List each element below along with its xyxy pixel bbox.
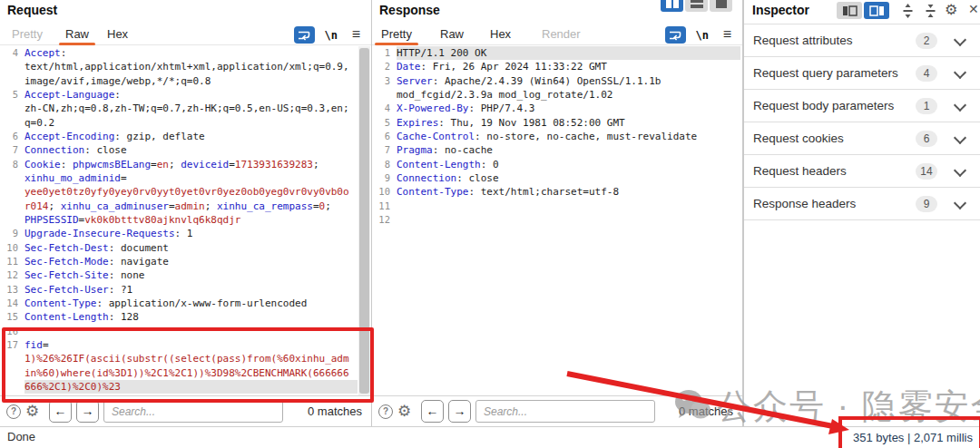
- request-tab-hex[interactable]: Hex: [107, 27, 128, 41]
- inspector-panel: Inspector ⚙ ✕ Request attributes 2 Reque…: [743, 0, 980, 427]
- inspector-dock-right-icon[interactable]: [864, 2, 889, 19]
- search-settings-gear-icon[interactable]: ⚙: [25, 402, 39, 421]
- line-text: Content-Length: 128: [24, 310, 358, 324]
- word-wrap-icon[interactable]: [665, 26, 686, 44]
- line-number: [0, 74, 24, 88]
- request-tab-raw[interactable]: Raw: [65, 27, 89, 41]
- response-tab-render[interactable]: Render: [542, 27, 581, 41]
- request-search-input[interactable]: [103, 400, 283, 423]
- code-line: yee0yet0tz0yfy0yey0rv0yyt0yet0vr0yez0ob0…: [0, 185, 358, 199]
- chevron-down-icon: [954, 164, 966, 177]
- inspector-section-request-query-parameters[interactable]: Request query parameters 4: [744, 57, 980, 90]
- response-tab-pretty[interactable]: Pretty: [381, 27, 412, 41]
- code-line: 8Cookie: phpwcmsBELang=en; deviceid=1713…: [0, 158, 358, 171]
- code-line: 16: [0, 325, 358, 338]
- show-newlines-icon[interactable]: \n: [696, 29, 709, 42]
- line-number: [0, 60, 24, 73]
- section-label: Request cookies: [753, 122, 844, 154]
- request-tab-pretty[interactable]: Pretty: [12, 27, 43, 41]
- request-scrollbar-thumb[interactable]: [359, 48, 369, 394]
- count-badge: 1: [916, 98, 937, 114]
- search-prev-button[interactable]: ←: [49, 400, 72, 423]
- line-number: 9: [372, 171, 397, 185]
- line-number: 15: [0, 310, 24, 324]
- code-line: q=0.2: [0, 116, 358, 130]
- inspector-close-icon[interactable]: ✕: [968, 2, 979, 16]
- response-search-input[interactable]: [475, 400, 655, 423]
- line-text: Cache-Control: no-store, no-cache, must-…: [397, 130, 740, 143]
- inspector-section-request-attributes[interactable]: Request attributes 2: [744, 24, 980, 57]
- inspector-section-request-cookies[interactable]: Request cookies 6: [744, 122, 980, 155]
- inspector-section-request-headers[interactable]: Request headers 14: [744, 155, 980, 188]
- line-number: [0, 171, 24, 185]
- line-text: mod_fcgid/2.3.9a mod_log_rotate/1.02: [397, 88, 740, 102]
- editor-menu-icon[interactable]: ≡: [723, 26, 731, 43]
- request-search-matches: 0 matches: [308, 404, 362, 418]
- request-scrollbar[interactable]: [358, 46, 370, 395]
- search-settings-gear-icon[interactable]: ⚙: [397, 402, 411, 421]
- inspector-settings-gear-icon[interactable]: ⚙: [945, 1, 957, 18]
- line-number: 5: [0, 88, 24, 102]
- line-text: Accept-Language:: [24, 88, 358, 102]
- code-line: 15Content-Length: 128: [0, 310, 358, 324]
- word-wrap-icon[interactable]: [294, 26, 315, 44]
- line-number: [0, 352, 24, 365]
- count-badge: 14: [916, 163, 937, 180]
- collapse-all-icon[interactable]: [923, 4, 938, 18]
- code-line: PHPSESSID=vk0k0btttv80ajknvlq6k8qdjr: [0, 213, 358, 227]
- code-line: 3Server: Apache/2.4.39 (Win64) OpenSSL/1…: [372, 74, 740, 88]
- search-next-button[interactable]: →: [76, 400, 99, 423]
- help-icon[interactable]: ?: [6, 404, 21, 419]
- inspector-section-request-body-parameters[interactable]: Request body parameters 1: [744, 90, 980, 122]
- response-tabbar: Pretty Raw Hex Render \n ≡: [372, 24, 742, 45]
- section-label: Request body parameters: [753, 90, 894, 122]
- view-columns-icon[interactable]: [661, 0, 683, 12]
- line-text: [397, 213, 740, 227]
- line-number: 8: [0, 158, 24, 171]
- inspector-section-response-headers[interactable]: Response headers 9: [744, 188, 980, 220]
- inspector-sections: Request attributes 2 Request query param…: [744, 24, 980, 220]
- request-panel: Request Pretty Raw Hex \n ≡ 4Accept:text…: [0, 0, 372, 427]
- response-search-bar: ? ⚙ ← → 0 matches: [372, 395, 742, 427]
- line-text: Sec-Fetch-Site: none: [24, 268, 358, 282]
- line-number: 9: [0, 227, 24, 240]
- search-prev-button[interactable]: ←: [421, 400, 444, 423]
- request-editor[interactable]: 4Accept:text/html,application/xhtml+xml,…: [0, 46, 358, 394]
- response-editor[interactable]: 1HTTP/1.1 200 OK2Date: Fri, 26 Apr 2024 …: [372, 46, 740, 227]
- count-badge: 4: [916, 65, 937, 82]
- code-line: 5Accept-Language:: [0, 88, 358, 102]
- response-tab-raw[interactable]: Raw: [440, 27, 464, 41]
- code-line: r014; xinhu_ca_adminuser=admin; xinhu_ca…: [0, 200, 358, 213]
- expand-all-icon[interactable]: [900, 4, 916, 18]
- line-number: [0, 380, 24, 394]
- line-text: HTTP/1.1 200 OK: [397, 46, 740, 60]
- line-text: Sec-Fetch-User: ?1: [24, 283, 358, 297]
- code-line: 2Date: Fri, 26 Apr 2024 11:33:22 GMT: [372, 60, 740, 73]
- code-line: zh-CN,zh;q=0.8,zh-TW;q=0.7,zh-HK;q=0.5,e…: [0, 102, 358, 115]
- editor-menu-icon[interactable]: ≡: [352, 26, 360, 43]
- code-line: image/avif,image/webp,*/*;q=0.8: [0, 74, 358, 88]
- response-tab-hex[interactable]: Hex: [490, 27, 511, 41]
- help-icon[interactable]: ?: [378, 404, 393, 419]
- search-next-button[interactable]: →: [448, 400, 471, 423]
- line-text: q=0.2: [24, 116, 358, 130]
- line-number: [0, 366, 24, 380]
- code-line: 7Pragma: no-cache: [372, 143, 740, 157]
- count-badge: 2: [916, 33, 937, 49]
- show-newlines-icon[interactable]: \n: [325, 29, 338, 42]
- line-text: [397, 200, 740, 213]
- inspector-dock-left-icon[interactable]: [837, 2, 862, 19]
- line-number: 4: [0, 46, 24, 60]
- view-single-icon[interactable]: [710, 0, 732, 12]
- line-text: Accept:: [24, 46, 358, 60]
- line-text: text/html,application/xhtml+xml,applicat…: [24, 60, 358, 73]
- line-text: Content-Type: application/x-www-form-url…: [24, 297, 358, 310]
- chevron-down-icon: [954, 34, 966, 46]
- line-text: [24, 325, 358, 338]
- response-panel-title: Response: [379, 3, 440, 17]
- burp-message-editor-window: Request Pretty Raw Hex \n ≡ 4Accept:text…: [0, 0, 980, 448]
- view-rows-icon[interactable]: [685, 0, 708, 12]
- line-text: Expires: Thu, 19 Nov 1981 08:52:00 GMT: [397, 116, 740, 130]
- code-line: 14Content-Type: application/x-www-form-u…: [0, 297, 358, 310]
- line-number: 14: [0, 297, 24, 310]
